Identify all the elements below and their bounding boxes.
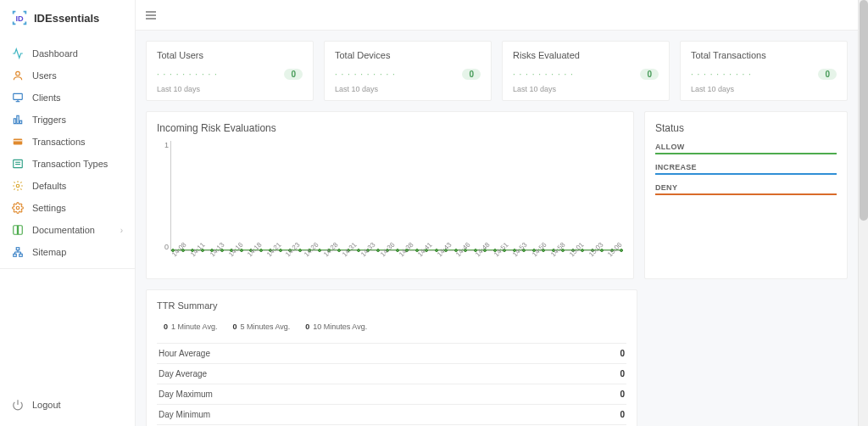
chart-xaxis: 14:0814:1114:1314:1614:1814:2114:2314:26…	[170, 253, 623, 268]
ttr-short-item: 010 Minutes Avg.	[305, 322, 367, 331]
sidebar-item-label: Sitemap	[32, 247, 66, 257]
stat-title: Total Devices	[335, 50, 481, 60]
chevron-right-icon: ›	[120, 226, 123, 235]
status-item-increase: INCREASE	[655, 163, 837, 175]
stat-footer: Last 10 days	[513, 85, 659, 93]
stat-card-devices: Total Devices · · · · · · · · · · 0 Last…	[324, 41, 492, 101]
brand[interactable]: ID IDEssentials	[0, 0, 135, 36]
credit-card-icon	[12, 136, 24, 148]
sidebar-item-sitemap[interactable]: Sitemap	[0, 241, 135, 263]
chart-ytick: 0	[157, 243, 169, 251]
sidebar-item-label: Triggers	[32, 115, 66, 125]
svg-rect-7	[19, 121, 21, 124]
sidebar-item-label: Transactions	[32, 137, 86, 147]
scrollbar[interactable]	[858, 0, 868, 426]
svg-rect-17	[19, 254, 23, 256]
sidebar-item-settings[interactable]: Settings	[0, 197, 135, 219]
brand-logo-icon: ID	[10, 8, 29, 27]
user-icon	[12, 70, 24, 81]
ttr-short-item: 05 Minutes Avg.	[232, 322, 290, 331]
ttr-row-label: Hour Average	[159, 349, 210, 358]
stat-title: Risks Evaluated	[513, 50, 659, 60]
svg-point-13	[16, 184, 19, 188]
ttr-row-value: 0	[620, 349, 625, 358]
monitor-icon	[12, 92, 24, 104]
chart-plot	[170, 141, 623, 251]
brand-name: IDEssentials	[34, 12, 99, 25]
sparkline-placeholder: · · · · · · · · · ·	[513, 70, 574, 79]
sparkline-placeholder: · · · · · · · · · ·	[691, 70, 752, 79]
ttr-row-value: 0	[620, 390, 625, 399]
svg-point-1	[16, 71, 20, 76]
sidebar-item-transaction-types[interactable]: Transaction Types	[0, 153, 135, 175]
stat-card-risks: Risks Evaluated · · · · · · · · · · 0 La…	[502, 41, 670, 101]
sidebar-item-label: Documentation	[32, 225, 95, 235]
status-bar	[655, 173, 837, 175]
stat-footer: Last 10 days	[157, 85, 303, 93]
sidebar-item-triggers[interactable]: Triggers	[0, 109, 135, 131]
sidebar-item-label: Defaults	[32, 181, 66, 191]
ttr-row: Day Maximum 0	[157, 384, 626, 405]
stat-title: Total Users	[157, 50, 303, 60]
menu-toggle-icon[interactable]	[144, 8, 158, 22]
sidebar-item-clients[interactable]: Clients	[0, 87, 135, 109]
stat-value-badge: 0	[640, 69, 659, 80]
sidebar-item-transactions[interactable]: Transactions	[0, 131, 135, 153]
status-item-deny: DENY	[655, 183, 837, 195]
svg-rect-9	[14, 140, 23, 141]
scrollbar-thumb[interactable]	[860, 0, 868, 221]
sparkline-placeholder: · · · · · · · · · ·	[157, 70, 218, 79]
bar-chart-icon	[12, 114, 24, 126]
sidebar-item-logout[interactable]: Logout	[0, 394, 135, 416]
chart-ytick: 1	[157, 141, 169, 149]
stat-value-badge: 0	[284, 69, 303, 80]
svg-point-14	[16, 206, 19, 210]
status-card: Status ALLOW INCREASE DENY	[644, 111, 848, 279]
ttr-table: Hour Average 0 Day Average 0 Day Maximum…	[157, 343, 626, 425]
chart-yaxis: 1 0	[157, 141, 169, 251]
content: Total Users · · · · · · · · · · 0 Last 1…	[136, 31, 858, 426]
ttr-short-item: 01 Minute Avg.	[164, 322, 217, 331]
stat-card-users: Total Users · · · · · · · · · · 0 Last 1…	[146, 41, 314, 101]
ttr-row: Day Average 0	[157, 364, 626, 384]
stat-footer: Last 10 days	[335, 85, 481, 93]
sidebar-item-defaults[interactable]: Defaults	[0, 175, 135, 197]
sidebar-item-label: Transaction Types	[32, 159, 108, 169]
power-icon	[12, 399, 24, 411]
stat-value-badge: 0	[462, 69, 481, 80]
svg-rect-6	[17, 115, 19, 123]
status-label: ALLOW	[655, 143, 837, 151]
svg-rect-8	[14, 139, 23, 145]
book-icon	[12, 224, 24, 236]
svg-rect-5	[14, 119, 15, 124]
ttr-card: TTR Summary 01 Minute Avg. 05 Minutes Av…	[146, 289, 637, 426]
nav: Dashboard Users Clients Triggers	[0, 36, 135, 390]
ttr-row-label: Day Average	[159, 369, 207, 378]
sidebar-item-label: Dashboard	[32, 48, 78, 59]
sidebar-item-label: Settings	[32, 203, 66, 213]
sidebar-item-label: Clients	[32, 92, 61, 103]
ttr-title: TTR Summary	[157, 300, 626, 311]
ttr-row: Hour Average 0	[157, 344, 626, 364]
sidebar-item-users[interactable]: Users	[0, 64, 135, 87]
stat-value-badge: 0	[818, 69, 837, 80]
chart-card: Incoming Risk Evaluations 1 0 14:0814:11…	[146, 111, 634, 279]
sparkline-placeholder: · · · · · · · · · ·	[335, 70, 396, 79]
status-item-allow: ALLOW	[655, 143, 837, 154]
main: Total Users · · · · · · · · · · 0 Last 1…	[136, 0, 858, 426]
settings-icon	[12, 202, 24, 214]
sidebar-item-dashboard[interactable]: Dashboard	[0, 42, 135, 64]
ttr-short-averages: 01 Minute Avg. 05 Minutes Avg. 010 Minut…	[157, 319, 626, 334]
chart-title: Incoming Risk Evaluations	[157, 122, 623, 134]
stat-footer: Last 10 days	[691, 85, 837, 93]
gear-icon	[12, 180, 24, 192]
ttr-row-value: 0	[620, 369, 625, 378]
stat-card-transactions: Total Transactions · · · · · · · · · · 0…	[680, 41, 848, 101]
status-bar	[655, 153, 837, 154]
sidebar-item-label: Users	[32, 70, 57, 81]
svg-rect-15	[16, 248, 19, 250]
sidebar-item-documentation[interactable]: Documentation ›	[0, 219, 135, 241]
ttr-row-label: Day Maximum	[159, 390, 213, 399]
sidebar: ID IDEssentials Dashboard Users	[0, 0, 136, 426]
stat-title: Total Transactions	[691, 50, 837, 60]
